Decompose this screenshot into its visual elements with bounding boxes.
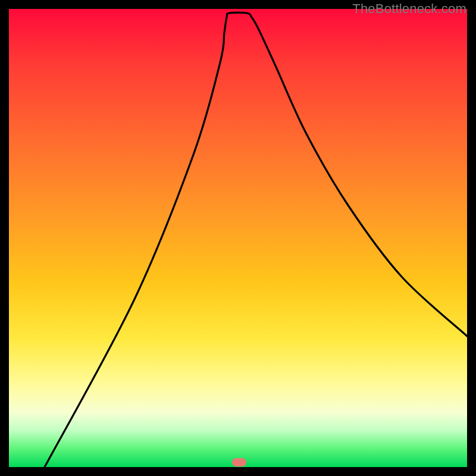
bottleneck-curve <box>9 9 467 467</box>
chart-frame: TheBottleneck.com <box>0 0 476 476</box>
minimum-marker <box>232 458 246 466</box>
watermark-text: TheBottleneck.com <box>352 0 466 18</box>
plot-area <box>9 9 467 467</box>
